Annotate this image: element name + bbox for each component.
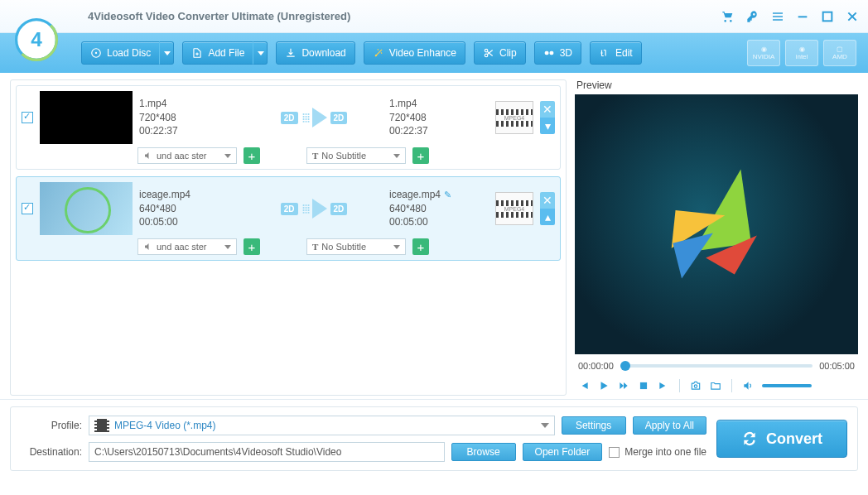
source-info: 1.mp4 720*408 00:22:37: [139, 97, 239, 138]
snapshot-button[interactable]: [690, 380, 702, 392]
open-folder-button[interactable]: Open Folder: [523, 443, 603, 461]
remove-file-icon[interactable]: ✕: [540, 101, 555, 118]
three-d-button[interactable]: 3D: [534, 41, 581, 65]
gpu-amd-badge: ▢AMD: [823, 40, 856, 66]
download-button[interactable]: Download: [276, 41, 354, 65]
file-row[interactable]: iceage.mp4 640*480 00:05:00 2D⁞⁞⁞2D icea…: [16, 176, 561, 261]
move-up-icon[interactable]: ▴: [540, 209, 555, 225]
file-checkbox[interactable]: [22, 203, 33, 214]
output-format-button[interactable]: MPEG4: [495, 101, 533, 134]
dest-info: iceage.mp4✎ 640*480 00:05:00: [389, 188, 489, 229]
play-button[interactable]: [598, 380, 610, 392]
svg-rect-11: [549, 51, 553, 55]
seek-slider[interactable]: [620, 364, 813, 368]
three-d-label: 3D: [560, 47, 572, 59]
close-button[interactable]: [843, 7, 861, 26]
format-icon: [94, 419, 109, 432]
svg-rect-4: [823, 12, 832, 21]
load-disc-label: Load Disc: [107, 47, 151, 59]
add-audio-button[interactable]: +: [244, 147, 260, 164]
key-icon[interactable]: [744, 7, 762, 26]
clip-label: Clip: [499, 47, 517, 59]
menu-icon[interactable]: [769, 7, 787, 26]
add-audio-button[interactable]: +: [244, 238, 260, 255]
audio-track-dropdown[interactable]: und aac ster: [137, 238, 237, 255]
file-row[interactable]: 1.mp4 720*408 00:22:37 2D⁞⁞⁞2D 1.mp4 720…: [16, 85, 561, 170]
settings-button[interactable]: Settings: [562, 416, 626, 435]
snapshot-folder-button[interactable]: [710, 380, 721, 392]
download-label: Download: [301, 47, 345, 59]
preview-timeline: 00:00:00 00:05:00: [575, 354, 858, 377]
add-subtitle-button[interactable]: +: [412, 238, 429, 255]
profile-dropdown[interactable]: MPEG-4 Video (*.mp4): [89, 416, 555, 435]
svg-point-6: [95, 52, 97, 54]
time-total: 00:05:00: [819, 361, 855, 371]
rename-icon[interactable]: ✎: [444, 190, 451, 199]
source-info: iceage.mp4 640*480 00:05:00: [139, 188, 239, 229]
svg-text:4: 4: [31, 28, 42, 50]
app-logo-icon: 4: [15, 18, 58, 61]
merge-checkbox[interactable]: [609, 447, 620, 458]
volume-icon[interactable]: [742, 380, 754, 392]
window-title: 4Videosoft Video Converter Ultimate (Unr…: [88, 10, 350, 22]
audio-track-dropdown[interactable]: und aac ster: [137, 147, 237, 164]
svg-point-13: [694, 385, 697, 388]
merge-label: Merge into one file: [624, 446, 706, 458]
prev-button[interactable]: [578, 380, 590, 392]
minimize-button[interactable]: [793, 7, 812, 26]
file-thumbnail[interactable]: [40, 182, 133, 235]
preview-label: Preview: [575, 79, 858, 94]
fast-forward-button[interactable]: [618, 380, 629, 392]
time-current: 00:00:00: [578, 361, 614, 371]
preview-placeholder-icon: [658, 166, 774, 282]
titlebar: 4 4Videosoft Video Converter Ultimate (U…: [0, 0, 868, 33]
dest-info: 1.mp4 720*408 00:22:37: [389, 97, 489, 138]
preview-screen[interactable]: [575, 94, 858, 354]
conversion-arrow: 2D⁞⁞⁞2D: [245, 199, 383, 219]
svg-rect-10: [544, 51, 548, 55]
svg-rect-3: [798, 16, 808, 17]
destination-label: Destination:: [21, 446, 82, 458]
subtitle-icon: T: [312, 242, 318, 252]
convert-button[interactable]: Convert: [716, 420, 847, 458]
stop-button[interactable]: [638, 380, 649, 392]
speaker-icon: [143, 242, 153, 252]
svg-point-7: [375, 55, 377, 56]
volume-slider[interactable]: [762, 384, 812, 387]
add-file-dropdown[interactable]: [253, 41, 268, 65]
profile-label: Profile:: [21, 420, 82, 431]
subtitle-icon: T: [312, 151, 318, 161]
speaker-icon: [143, 151, 153, 161]
video-enhance-button[interactable]: Video Enhance: [364, 41, 465, 65]
video-enhance-label: Video Enhance: [389, 47, 456, 59]
subtitle-dropdown[interactable]: T No Subtitle: [306, 238, 406, 255]
apply-to-all-button[interactable]: Apply to All: [633, 416, 706, 435]
gpu-nvidia-badge: ◉NVIDIA: [747, 40, 780, 66]
preview-panel: Preview 00:00:00 00:05:00: [575, 79, 858, 396]
subtitle-dropdown[interactable]: T No Subtitle: [306, 147, 406, 164]
main-toolbar: Load Disc Add File Download Video Enhanc…: [0, 33, 868, 73]
clip-button[interactable]: Clip: [474, 41, 526, 65]
edit-button[interactable]: Edit: [590, 41, 642, 65]
add-subtitle-button[interactable]: +: [412, 147, 429, 164]
convert-icon: [741, 430, 758, 447]
file-checkbox[interactable]: [22, 112, 33, 123]
maximize-button[interactable]: [818, 7, 837, 26]
cart-icon[interactable]: [719, 7, 737, 26]
gpu-intel-badge: ◉intel: [785, 40, 818, 66]
add-file-label: Add File: [208, 47, 244, 59]
next-button[interactable]: [658, 380, 669, 392]
svg-rect-12: [640, 382, 647, 389]
browse-button[interactable]: Browse: [451, 443, 516, 461]
output-format-button[interactable]: MPEG4: [495, 192, 533, 225]
move-down-icon[interactable]: ▾: [540, 118, 555, 134]
remove-file-icon[interactable]: ✕: [540, 192, 555, 209]
conversion-arrow: 2D⁞⁞⁞2D: [245, 108, 383, 127]
destination-input[interactable]: [89, 442, 445, 462]
edit-label: Edit: [615, 47, 633, 59]
load-disc-dropdown[interactable]: [159, 41, 174, 65]
file-thumbnail[interactable]: [40, 91, 133, 144]
load-disc-button[interactable]: Load Disc: [81, 41, 160, 65]
add-file-button[interactable]: Add File: [182, 41, 253, 65]
file-list: 1.mp4 720*408 00:22:37 2D⁞⁞⁞2D 1.mp4 720…: [10, 79, 567, 396]
